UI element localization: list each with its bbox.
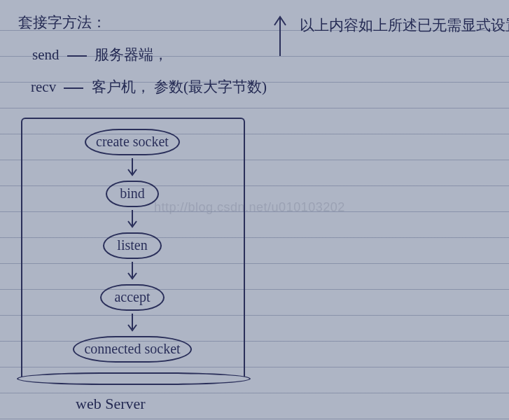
method-send: send: [32, 46, 60, 63]
line-send: send 服务器端，: [32, 45, 168, 64]
step-bind: bind: [106, 181, 159, 207]
dash-icon: [64, 88, 83, 89]
method-recv: recv: [31, 78, 56, 95]
step-listen: listen: [103, 232, 161, 259]
target-client: 客户机，: [92, 78, 151, 95]
flowchart-base-ellipse: [17, 372, 251, 385]
down-arrow-icon: [127, 314, 137, 333]
params-max-bytes: 参数(最大字节数): [154, 78, 267, 95]
target-server: 服务器端，: [95, 46, 168, 63]
step-connected-socket: connected socket: [73, 336, 191, 363]
flowchart-container: create socket bind listen accept connect…: [21, 118, 244, 382]
step-create-socket: create socket: [85, 129, 180, 155]
right-side-note: 以上内容如上所述已无需显式设置: [300, 15, 509, 35]
heading-socket-methods: 套接字方法：: [18, 13, 106, 32]
flowchart-steps: create socket bind listen accept connect…: [21, 129, 244, 363]
up-arrow-icon: [273, 15, 287, 60]
down-arrow-icon: [127, 262, 137, 281]
flowchart-caption: web Server: [76, 395, 146, 413]
down-arrow-icon: [127, 158, 137, 178]
dash-icon: [67, 55, 87, 57]
down-arrow-icon: [127, 210, 137, 230]
line-recv: recv 客户机， 参数(最大字节数): [31, 77, 267, 97]
step-accept: accept: [100, 284, 164, 311]
